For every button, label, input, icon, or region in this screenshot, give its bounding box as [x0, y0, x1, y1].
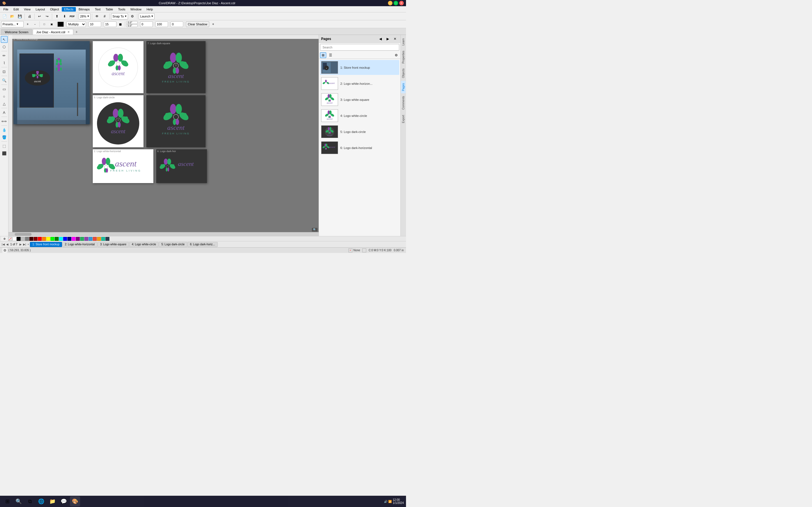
swatch-dark-green[interactable]	[55, 237, 59, 241]
snap-to-dropdown[interactable]: Snap To ▾	[111, 13, 128, 19]
angle-y-input[interactable]	[126, 24, 138, 27]
swatch-magenta[interactable]	[71, 237, 75, 241]
swatch-brand-green[interactable]	[80, 237, 84, 241]
side-tab-learn[interactable]: Learn	[401, 36, 406, 48]
swatch-orange[interactable]	[42, 237, 46, 241]
view-settings-button[interactable]: ⚙	[393, 52, 399, 58]
swatch-white[interactable]	[12, 237, 16, 241]
tab-joe-diaz[interactable]: Joe Diaz - Ascent.cdr ✕	[33, 29, 73, 35]
menu-bitmaps[interactable]: Bitmaps	[77, 7, 92, 11]
page-nav-first[interactable]: |◀	[1, 243, 5, 246]
swatch-red[interactable]	[38, 237, 42, 241]
page-tab-1[interactable]: 1: Store front mockup	[30, 242, 62, 247]
side-tab-comments[interactable]: Comments	[401, 94, 406, 112]
print-button[interactable]: 🖨	[26, 13, 33, 19]
redo-button[interactable]: ↪	[44, 13, 50, 19]
swatch-dark-red[interactable]	[29, 237, 33, 241]
ellipse-tool[interactable]: ○	[1, 93, 8, 100]
direction-input[interactable]	[140, 21, 153, 27]
page-item-5[interactable]: ascent 5: Logo dark-circle	[320, 124, 399, 139]
polygon-tool[interactable]: △	[1, 100, 8, 107]
pages-search-input[interactable]	[320, 44, 399, 51]
page-tab-4[interactable]: 4: Logo white-circle	[129, 242, 158, 247]
new-button[interactable]: 📄	[1, 13, 8, 19]
opacity-input[interactable]	[89, 21, 101, 27]
swatch-teal[interactable]	[101, 237, 105, 241]
grid-button[interactable]: #	[101, 13, 108, 19]
tab-welcome-screen[interactable]: Welcome Screen	[1, 29, 32, 35]
close-button[interactable]: ✕	[399, 1, 404, 5]
swatch-none[interactable]	[8, 237, 12, 241]
page-nav-last[interactable]: ▶|	[22, 243, 27, 246]
swatch-blue[interactable]	[63, 237, 67, 241]
add-preset-button[interactable]: +	[24, 21, 31, 27]
side-tab-pages[interactable]: Pages	[401, 81, 406, 93]
rectangle-tool[interactable]: ▭	[1, 86, 8, 93]
shadow-outside-button[interactable]: □	[41, 21, 48, 27]
swatch-gray[interactable]	[25, 237, 29, 241]
shadow-color-box[interactable]	[57, 22, 64, 27]
add-tab-button[interactable]: +	[74, 29, 80, 35]
shape-tool[interactable]: ⬡	[1, 43, 8, 50]
page-item-4[interactable]: ascent 4: Logo white-circle	[320, 108, 399, 123]
side-tab-objects[interactable]: Objects	[401, 66, 406, 80]
export-button[interactable]: ⬇	[61, 13, 68, 19]
page-item-1[interactable]: a 1: Store front mockup	[320, 60, 399, 75]
page-nav-next[interactable]: ▶	[19, 243, 22, 246]
swatch-brand-purple[interactable]	[84, 237, 88, 241]
smart-fill-tool[interactable]: ⬛	[1, 150, 8, 157]
eyedropper-tool[interactable]: 💧	[1, 126, 8, 133]
menu-help[interactable]: Help	[144, 7, 155, 11]
pdf-button[interactable]: PDF	[69, 13, 75, 19]
panel-nav-forward[interactable]: ▶	[385, 36, 391, 42]
minimize-button[interactable]: ─	[388, 1, 393, 5]
shadow-inside-button[interactable]: ▣	[48, 21, 55, 27]
text-tool[interactable]: A	[1, 109, 8, 116]
horizontal-scrollbar[interactable]	[8, 232, 319, 236]
hscroll-thumb[interactable]	[15, 233, 32, 236]
swatch-amber[interactable]	[97, 237, 101, 241]
angle-x-input[interactable]	[126, 21, 138, 24]
maximize-button[interactable]: □	[394, 1, 398, 5]
swatch-yellow[interactable]	[46, 237, 50, 241]
feather-input[interactable]	[104, 21, 116, 27]
presets-dropdown[interactable]: Presets... ▾	[1, 21, 24, 27]
swatch-cyan[interactable]	[59, 237, 63, 241]
blend-tool[interactable]: ⟺	[1, 118, 8, 124]
side-tab-properties[interactable]: Properties	[401, 48, 406, 66]
interactive-fill-tool[interactable]: ⬚	[1, 143, 8, 149]
status-settings-button[interactable]: ⚙	[2, 248, 7, 253]
feather-direction-button[interactable]: ◼	[117, 21, 124, 27]
stretch-input[interactable]	[170, 21, 183, 27]
page-item-3[interactable]: ascent 3: Logo white-square	[320, 92, 399, 107]
swatch-black[interactable]	[17, 237, 20, 241]
view-mode-button[interactable]: 👁	[94, 13, 100, 19]
crop-tool[interactable]: ⊡	[1, 68, 8, 75]
swatch-green[interactable]	[50, 237, 54, 241]
canvas[interactable]: 1: Store front mockup	[12, 39, 319, 232]
view-thumbnails-button[interactable]: ⊞	[320, 52, 326, 58]
zoom-tool[interactable]: 🔍	[1, 77, 8, 83]
swatch-settings-button[interactable]: ⚙	[1, 236, 8, 241]
blend-mode-select[interactable]: Multiply Normal Screen	[66, 21, 86, 27]
panel-close-button[interactable]: ✕	[392, 36, 398, 42]
launch-dropdown[interactable]: Launch ▾	[139, 13, 154, 19]
menu-table[interactable]: Table	[103, 7, 115, 11]
menu-text[interactable]: Text	[93, 7, 103, 11]
menu-object[interactable]: Object	[48, 7, 61, 11]
swatch-purple[interactable]	[76, 237, 80, 241]
remove-preset-button[interactable]: -	[32, 21, 38, 27]
undo-button[interactable]: ↩	[36, 13, 43, 19]
menu-view[interactable]: View	[22, 7, 33, 11]
open-button[interactable]: 📂	[9, 13, 15, 19]
menu-tools[interactable]: Tools	[116, 7, 128, 11]
page-tab-5[interactable]: 5: Logo dark-circle	[159, 242, 187, 247]
page-tab-6[interactable]: 6: Logo dark-horiz...	[188, 242, 218, 247]
swatch-crimson[interactable]	[93, 237, 97, 241]
view-list-button[interactable]: ☰	[327, 52, 334, 58]
fade-input[interactable]	[155, 21, 168, 27]
zoom-dropdown[interactable]: 28% ▾	[79, 13, 91, 19]
page-tab-2[interactable]: 2: Logo white-horizontal	[62, 242, 97, 247]
freehand-tool[interactable]: ✏	[1, 52, 8, 59]
save-button[interactable]: 💾	[16, 13, 23, 19]
